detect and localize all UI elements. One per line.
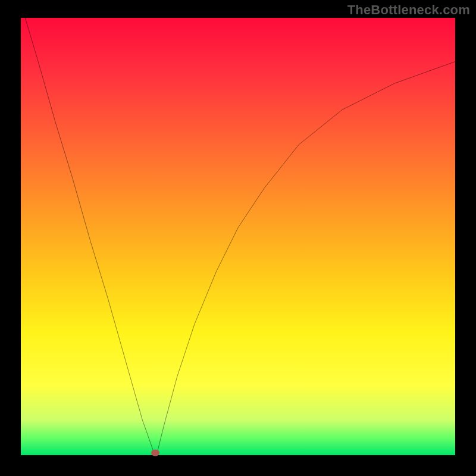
plot-area <box>21 18 455 455</box>
chart-frame: TheBottleneck.com <box>0 0 476 476</box>
optimum-marker <box>151 450 159 456</box>
watermark-text: TheBottleneck.com <box>347 2 470 18</box>
bottleneck-curve <box>25 18 455 453</box>
curve-svg <box>21 18 455 455</box>
